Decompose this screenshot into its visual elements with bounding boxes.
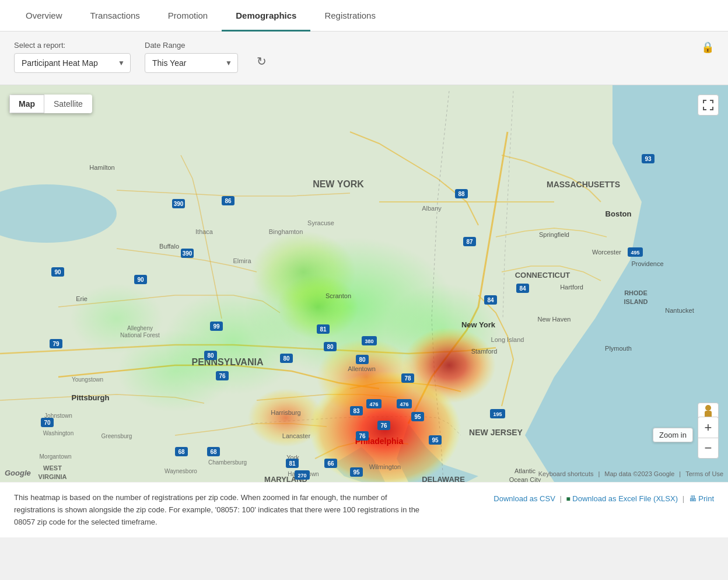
svg-text:66: 66 [327, 460, 334, 467]
download-excel-link[interactable]: Download as Excel File (XLSX) [572, 494, 678, 503]
download-csv-link[interactable]: Download as CSV [494, 494, 555, 503]
svg-text:Hamilton: Hamilton [89, 164, 114, 171]
svg-text:Pittsburgh: Pittsburgh [72, 393, 110, 402]
svg-text:Chambersburg: Chambersburg [208, 459, 247, 466]
svg-text:95: 95 [432, 437, 439, 443]
svg-text:80: 80 [327, 344, 334, 350]
zoom-in-button[interactable]: + [698, 417, 719, 438]
svg-text:88: 88 [458, 191, 465, 197]
svg-text:99: 99 [213, 323, 220, 330]
svg-text:Ithaca: Ithaca [195, 228, 214, 235]
print-link[interactable]: Print [698, 494, 714, 503]
svg-text:Youngstown: Youngstown [72, 376, 103, 383]
svg-text:390: 390 [183, 250, 192, 257]
svg-text:Providence: Providence [631, 260, 663, 267]
tab-overview[interactable]: Overview [12, 0, 76, 32]
svg-text:Atlantic: Atlantic [514, 467, 536, 474]
svg-text:Allegheny: Allegheny [127, 325, 153, 331]
lock-icon: 🔒 [701, 41, 714, 54]
svg-text:195: 195 [493, 411, 502, 417]
svg-text:NEW JERSEY: NEW JERSEY [469, 428, 523, 437]
svg-text:87: 87 [466, 239, 473, 245]
tabs-bar: Overview Transactions Promotion Demograp… [0, 0, 728, 32]
map-data-label: Map data ©2023 Google [604, 470, 674, 477]
svg-text:Ocean City: Ocean City [509, 476, 541, 482]
svg-text:476: 476 [369, 401, 378, 407]
svg-text:270: 270 [298, 473, 306, 478]
svg-text:90: 90 [54, 269, 61, 275]
map-container[interactable]: NEW YORK PENNSYLVANIA NEW JERSEY MARYLAN… [0, 85, 728, 482]
svg-text:WEST: WEST [43, 464, 62, 471]
separator-1: | [559, 494, 561, 503]
zoom-controls: + − [698, 417, 719, 459]
date-select-wrapper: This YearLast YearLast 30 DaysLast 90 Da… [145, 53, 238, 73]
svg-text:495: 495 [631, 250, 639, 256]
svg-text:Waynesboro: Waynesboro [164, 468, 197, 474]
svg-text:Hartford: Hartford [560, 284, 583, 291]
tab-promotion[interactable]: Promotion [154, 0, 222, 32]
svg-text:79: 79 [52, 341, 60, 347]
svg-text:84: 84 [519, 285, 526, 292]
tab-demographics[interactable]: Demographics [222, 0, 310, 32]
info-bar: This heatmap is based on the number of r… [0, 482, 728, 537]
svg-text:Stamford: Stamford [471, 348, 498, 355]
svg-text:70: 70 [44, 420, 51, 426]
svg-text:NEW YORK: NEW YORK [313, 179, 364, 189]
date-control-group: Date Range This YearLast YearLast 30 Day… [145, 41, 238, 73]
print-icon: 🖶 [689, 494, 696, 503]
report-select-wrapper: Participant Heat Map ▼ [14, 53, 131, 73]
svg-text:VIRGINIA: VIRGINIA [38, 473, 67, 480]
excel-icon: ■ [566, 495, 570, 503]
fullscreen-button[interactable] [698, 95, 719, 116]
report-select[interactable]: Participant Heat Map [14, 53, 131, 73]
report-label: Select a report: [14, 41, 131, 50]
zoom-out-button[interactable]: − [698, 438, 719, 459]
svg-text:Lancaster: Lancaster [282, 432, 311, 439]
svg-point-143 [705, 405, 711, 411]
svg-text:Binghamton: Binghamton [269, 228, 303, 235]
keyboard-shortcuts-link[interactable]: Keyboard shortcuts [538, 470, 594, 477]
refresh-button[interactable]: ↻ [252, 50, 271, 73]
tab-registrations[interactable]: Registrations [310, 0, 390, 32]
svg-text:80: 80 [207, 352, 214, 359]
svg-text:Morgantown: Morgantown [39, 453, 71, 460]
svg-point-7 [70, 284, 163, 354]
map-type-toggle[interactable]: Map Satellite [9, 95, 92, 113]
svg-text:Greensburg: Greensburg [102, 433, 132, 439]
svg-text:80: 80 [283, 355, 290, 362]
svg-text:84: 84 [487, 297, 494, 303]
svg-text:476: 476 [400, 401, 408, 407]
svg-text:Albany: Albany [422, 205, 442, 212]
svg-text:78: 78 [404, 375, 411, 382]
google-logo: Google [5, 469, 31, 477]
svg-text:Wilmington: Wilmington [369, 463, 401, 470]
svg-text:68: 68 [178, 449, 185, 455]
svg-text:New York: New York [461, 320, 496, 329]
svg-text:Springfield: Springfield [539, 231, 569, 238]
svg-text:RHODE: RHODE [624, 289, 648, 296]
svg-text:Washington: Washington [43, 430, 74, 436]
svg-text:PENNSYLVANIA: PENNSYLVANIA [192, 357, 264, 367]
zoom-in-tooltip: Zoom in [653, 428, 693, 442]
controls-bar: Select a report: Participant Heat Map ▼ … [0, 32, 728, 85]
svg-text:CONNECTICUT: CONNECTICUT [515, 271, 570, 279]
svg-text:Long Island: Long Island [491, 336, 524, 343]
map-type-satellite-button[interactable]: Satellite [44, 95, 92, 113]
svg-text:Worcester: Worcester [592, 249, 621, 256]
svg-text:National Forest: National Forest [120, 332, 160, 338]
map-footer-links: Keyboard shortcuts | Map data ©2023 Goog… [538, 470, 723, 477]
svg-text:76: 76 [219, 373, 226, 379]
svg-text:ISLAND: ISLAND [624, 298, 648, 305]
report-control-group: Select a report: Participant Heat Map ▼ [14, 41, 131, 73]
date-select[interactable]: This YearLast YearLast 30 DaysLast 90 Da… [145, 53, 238, 73]
svg-text:380: 380 [365, 338, 373, 344]
svg-text:80: 80 [359, 357, 366, 363]
terms-of-use-link[interactable]: Terms of Use [685, 470, 723, 477]
svg-text:390: 390 [174, 201, 184, 207]
tab-transactions[interactable]: Transactions [76, 0, 154, 32]
svg-text:Allentown: Allentown [348, 365, 376, 372]
map-type-map-button[interactable]: Map [9, 95, 44, 113]
svg-point-13 [402, 327, 496, 403]
svg-text:MASSACHUSETTS: MASSACHUSETTS [547, 180, 620, 189]
date-label: Date Range [145, 41, 238, 50]
